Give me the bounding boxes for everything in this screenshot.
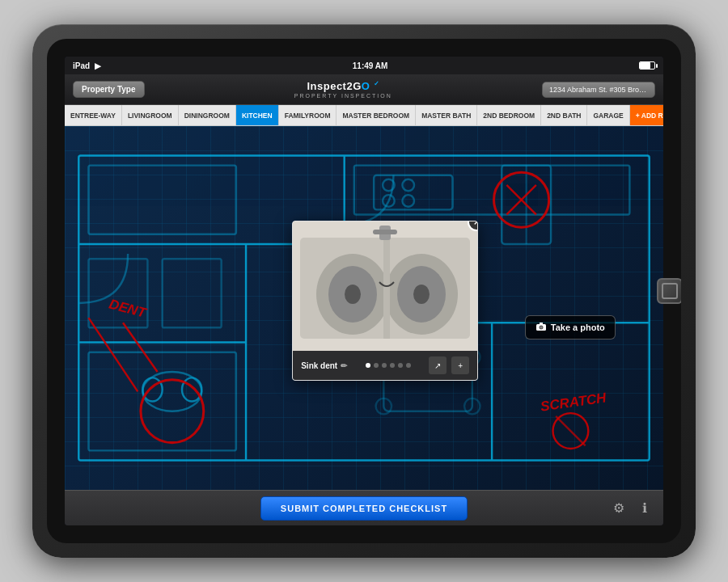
svg-point-39 [540,327,542,329]
photo-share-button[interactable]: ↗ [429,356,447,374]
photo-toolbar: Sink dent ✏ ↗ [293,351,477,380]
sink-simulation [293,221,477,351]
blueprint-area[interactable]: DENT SCRATCH [65,126,663,490]
svg-point-47 [413,285,430,304]
svg-point-44 [345,285,361,304]
svg-line-32 [123,323,158,372]
tablet-inner: iPad ▶ 11:49 AM Property Type Inspect2GO… [47,39,681,543]
photo-dots [366,363,411,368]
logo-bottom: PROPERTY INSPECTION [294,93,392,99]
svg-rect-9 [88,352,235,451]
settings-icon: ⚙ [613,500,624,516]
wifi-icon: ▶ [95,61,101,70]
svg-line-33 [88,318,138,391]
svg-text:SCRATCH: SCRATCH [540,390,607,414]
battery-fill [640,62,650,69]
share-icon: ↗ [434,361,441,370]
time-display: 11:49 AM [353,61,388,70]
svg-rect-48 [383,238,390,339]
battery-indicator [639,61,655,70]
tablet-device: iPad ▶ 11:49 AM Property Type Inspect2GO… [32,24,696,558]
photo-image [293,221,477,351]
edit-icon[interactable]: ✏ [341,361,347,370]
svg-point-17 [402,195,414,207]
address-button[interactable]: 1234 Abraham St. #305 Brooklyn... [542,82,655,98]
home-button[interactable] [657,278,681,304]
property-type-button[interactable]: Property Type [73,81,145,98]
close-icon: × [474,221,479,228]
tab-2nd-bedroom[interactable]: 2ND BEDROOM [477,105,541,125]
take-photo-label: Take a photo [551,323,605,332]
settings-button[interactable]: ⚙ [610,500,628,517]
tab-master-bedroom[interactable]: MASTER BEDROOM [336,105,416,125]
app-screen: iPad ▶ 11:49 AM Property Type Inspect2GO… [65,57,663,525]
logo-accent: O [362,81,370,93]
svg-rect-50 [373,230,397,234]
svg-line-36 [556,416,585,445]
logo-top: Inspect2GO ✓ [294,80,392,92]
info-icon: ℹ [642,500,647,516]
app-header: Property Type Inspect2GO ✓ PROPERTY INSP… [65,74,663,105]
photo-dot-4 [390,363,395,368]
svg-rect-21 [163,259,222,327]
tab-master-bath[interactable]: MASTER BATH [416,105,477,125]
tab-diningroom[interactable]: DININGROOM [179,105,236,125]
svg-text:DENT: DENT [108,297,149,322]
photo-popup: × [292,221,478,381]
tab-entree-way[interactable]: ENTREE-WAY [65,105,122,125]
status-right [639,61,655,70]
svg-rect-7 [88,166,235,234]
take-photo-button[interactable]: Take a photo [525,315,616,340]
room-tabs: ENTREE-WAY LIVINGROOM DININGROOM KITCHEN… [65,105,663,126]
photo-add-button[interactable]: + [451,356,469,374]
photo-title: Sink dent [301,361,337,370]
photo-label: Sink dent ✏ [301,361,347,370]
status-bar: iPad ▶ 11:49 AM [65,57,663,74]
app-logo: Inspect2GO ✓ PROPERTY INSPECTION [294,80,392,98]
photo-actions: ↗ + [429,356,469,374]
photo-dot-3 [382,363,387,368]
tab-2nd-bath[interactable]: 2ND BATH [541,105,587,125]
submit-checklist-button[interactable]: SUBMIT COMPLETED CHECKLIST [260,496,468,521]
photo-dot-6 [406,363,411,368]
photo-dot-2 [374,363,379,368]
info-button[interactable]: ℹ [636,500,654,517]
tab-familyroom[interactable]: FAMILYROOM [279,105,337,125]
camera-icon [535,322,547,333]
status-left: iPad ▶ [73,61,101,70]
photo-dot-5 [398,363,403,368]
device-label: iPad [73,61,90,70]
svg-rect-8 [354,166,630,215]
bottom-icons: ⚙ ℹ [610,500,654,517]
svg-point-15 [402,179,414,192]
add-icon: + [458,361,463,370]
tab-kitchen[interactable]: KITCHEN [236,105,279,125]
photo-dot-1 [366,363,370,368]
tab-add-room[interactable]: + ADD ROOM [630,105,663,125]
bottom-bar: SUBMIT COMPLETED CHECKLIST ⚙ ℹ [65,490,663,525]
tab-garage[interactable]: GARAGE [587,105,629,125]
tab-livingroom[interactable]: LIVINGROOM [122,105,179,125]
